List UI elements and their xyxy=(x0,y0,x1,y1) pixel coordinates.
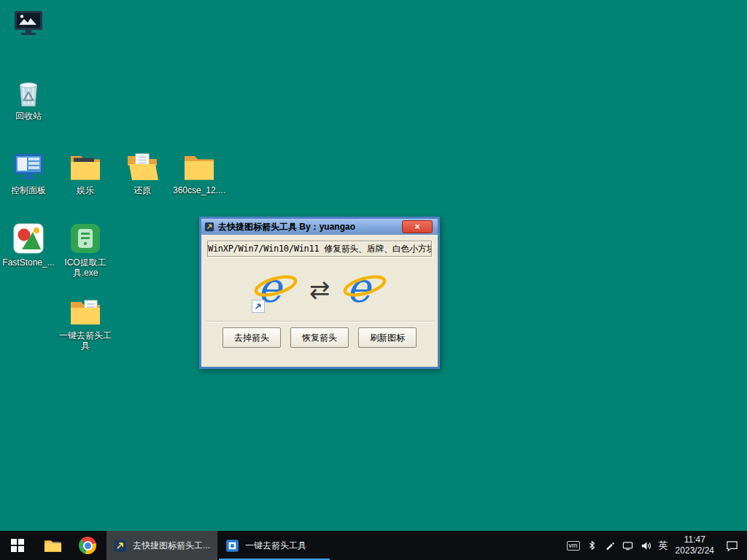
folder-with-document-icon xyxy=(68,294,103,329)
clock-date: 2023/2/24 xyxy=(676,545,714,556)
dialog-close-button[interactable]: × xyxy=(402,220,433,233)
desktop-icon-label: 还原 xyxy=(114,185,171,195)
taskbar: 去快捷图标箭头工... 一键去箭头工具 vm xyxy=(0,531,747,560)
file-explorer-button[interactable] xyxy=(35,531,70,560)
desktop-icon-ico-tool[interactable]: ICO提取工具.exe xyxy=(57,221,114,278)
file-explorer-icon xyxy=(44,537,62,555)
faststone-icon xyxy=(11,221,46,256)
task-label: 去快捷图标箭头工... xyxy=(133,540,210,552)
chrome-button[interactable] xyxy=(70,531,105,560)
ime-indicator[interactable]: 英 xyxy=(659,539,668,552)
control-panel-icon xyxy=(11,149,46,184)
start-button[interactable] xyxy=(0,531,35,560)
desktop-icon-label: 控制面板 xyxy=(0,185,57,195)
ie-icon-with-shortcut-arrow: e xyxy=(252,267,298,312)
desktop-icon-faststone[interactable]: FastStone_... xyxy=(0,221,57,268)
refresh-icons-button[interactable]: 刷新图标 xyxy=(358,327,417,348)
dialog-title: 去快捷图标箭头工具 By：yuangao xyxy=(218,221,355,233)
swap-arrows-icon: ⇄ xyxy=(309,277,330,302)
task-app-icon xyxy=(225,539,239,553)
desktop-icon-folder-huanyuan[interactable]: 还原 xyxy=(114,149,171,195)
system-tray: vm 英 11:47 202 xyxy=(567,531,747,560)
bluetooth-icon[interactable] xyxy=(587,540,597,551)
display-icon[interactable] xyxy=(622,540,633,551)
restore-arrow-button[interactable]: 恢复箭头 xyxy=(290,327,349,348)
desktop-icon-recycle-bin[interactable]: 回收站 xyxy=(0,74,57,121)
chrome-icon xyxy=(79,537,96,554)
volume-icon[interactable] xyxy=(640,540,651,551)
pen-icon[interactable] xyxy=(605,540,615,551)
this-pc-icon xyxy=(11,6,46,41)
vmware-tray-icon[interactable]: vm xyxy=(567,541,580,551)
icon-preview-row: e ⇄ e xyxy=(207,265,432,314)
taskbar-task-arrow-tool[interactable]: 去快捷图标箭头工... xyxy=(107,531,217,560)
desktop-icon-this-pc[interactable] xyxy=(0,6,57,42)
open-folder-icon xyxy=(125,149,160,184)
taskbar-clock[interactable]: 11:47 2023/2/24 xyxy=(676,534,714,556)
desktop-icon-label: 回收站 xyxy=(0,111,57,121)
dialog-app-icon xyxy=(204,222,214,232)
windows-logo-icon xyxy=(11,539,24,552)
task-app-icon xyxy=(113,539,127,553)
desktop-icon-label: 一键去箭头工具 xyxy=(57,330,114,351)
desktop-icon-folder-yule[interactable]: 娱乐 xyxy=(57,149,114,195)
shortcut-arrow-overlay-icon xyxy=(252,300,265,313)
clock-time: 11:47 xyxy=(676,534,714,545)
dialog-info-text: WinXP/Win7/Win10/Win11 修复箭头、盾牌、白色小方块 xyxy=(207,241,432,257)
action-center-icon[interactable] xyxy=(726,540,738,552)
dialog-body: WinXP/Win7/Win10/Win11 修复箭头、盾牌、白色小方块 e ⇄ xyxy=(201,235,438,367)
desktop-icon-arrow-tool[interactable]: 一键去箭头工具 xyxy=(57,294,114,351)
task-label: 一键去箭头工具 xyxy=(245,540,306,552)
dialog-button-row: 去掉箭头 恢复箭头 刷新图标 xyxy=(207,322,432,348)
desktop-icon-control-panel[interactable]: 控制面板 xyxy=(0,149,57,195)
desktop-icon-label: ICO提取工具.exe xyxy=(57,257,114,278)
taskbar-task-onekey-tool[interactable]: 一键去箭头工具 xyxy=(219,531,330,560)
folder-icon xyxy=(182,149,217,184)
dialog-remove-shortcut-arrow-tool: 去快捷图标箭头工具 By：yuangao × WinXP/Win7/Win10/… xyxy=(199,217,440,369)
ico-tool-icon xyxy=(68,221,103,256)
remove-arrow-button[interactable]: 去掉箭头 xyxy=(222,327,281,348)
recycle-bin-icon xyxy=(11,74,46,109)
ie-icon-plain: e xyxy=(341,267,387,312)
dialog-titlebar[interactable]: 去快捷图标箭头工具 By：yuangao × xyxy=(201,219,438,235)
desktop-icon-label: FastStone_... xyxy=(0,257,57,268)
desktop-icon-label: 360cse_12.... xyxy=(171,185,228,195)
folder-icon xyxy=(68,149,103,184)
svg-text:e: e xyxy=(347,267,373,311)
desktop-icon-folder-360cse[interactable]: 360cse_12.... xyxy=(171,149,228,195)
desktop-icon-label: 娱乐 xyxy=(57,185,114,195)
